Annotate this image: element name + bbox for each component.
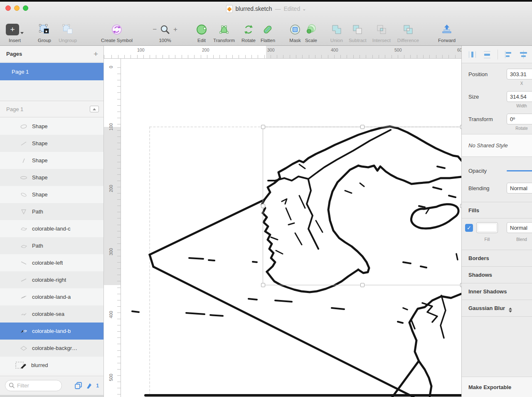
- make-exportable-button[interactable]: Make Exportable: [462, 377, 532, 397]
- layer-list-header: Page 1: [0, 101, 104, 117]
- layer-row-selected[interactable]: colorable-land-b: [0, 323, 104, 340]
- layer-row[interactable]: Shape: [0, 186, 104, 203]
- pen-filter-icon[interactable]: [86, 382, 93, 389]
- blur-type-stepper-icon[interactable]: [509, 308, 512, 313]
- position-x-field[interactable]: 303.31: [507, 69, 532, 79]
- difference-tool: Difference: [397, 23, 419, 43]
- layer-row[interactable]: blurred: [0, 357, 104, 374]
- edit-tool[interactable]: Edit: [196, 23, 207, 43]
- shadows-section-header[interactable]: Shadows: [468, 272, 492, 278]
- ruler-label: 400: [331, 47, 338, 52]
- horizontal-ruler[interactable]: 100 200 300 400 500 600: [104, 46, 461, 59]
- search-icon: [9, 382, 15, 389]
- layer-row[interactable]: Shape: [0, 135, 104, 152]
- create-symbol-tool[interactable]: Create Symbol: [101, 23, 133, 43]
- layer-row[interactable]: colorable-sea: [0, 305, 104, 323]
- add-page-button[interactable]: +: [94, 50, 98, 59]
- fill-label: Fill: [476, 237, 498, 242]
- distribute-horizontally-icon[interactable]: [468, 50, 477, 59]
- scribble-thumbnail-icon: [19, 294, 28, 300]
- canvas[interactable]: [121, 59, 461, 397]
- position-label: Position: [468, 71, 488, 77]
- opacity-slider[interactable]: [507, 170, 532, 171]
- path-thumbnail-icon: [19, 209, 28, 215]
- line-thumbnail-icon: [19, 141, 28, 146]
- layer-list: Shape Shape Shape Shape Shape Path: [0, 118, 104, 374]
- ruler-label: 600: [457, 47, 461, 52]
- island: [411, 204, 458, 228]
- slice-pen-thumbnail-icon: [15, 361, 27, 370]
- group-icon: [39, 23, 50, 36]
- pages-panel-header: Pages +: [0, 46, 104, 62]
- distribute-vertically-icon[interactable]: [483, 50, 492, 59]
- insert-tool[interactable]: + Insert: [6, 23, 24, 43]
- edit-icon: [196, 23, 207, 36]
- subtract-icon: [352, 23, 363, 36]
- group-tool[interactable]: Group: [38, 23, 51, 43]
- insert-plus-icon[interactable]: +: [6, 24, 19, 35]
- blending-label: Blending: [468, 185, 490, 191]
- align-left-icon[interactable]: [504, 50, 513, 59]
- union-tool: Union: [330, 23, 343, 43]
- transform-label: Transform: [468, 116, 493, 122]
- layer-row[interactable]: colorable-land-c: [0, 220, 104, 237]
- zoom-in-icon[interactable]: +: [173, 25, 177, 34]
- ruler-label: 200: [108, 182, 113, 195]
- layer-row[interactable]: Shape: [0, 169, 104, 186]
- fill-color-swatch[interactable]: [476, 222, 498, 233]
- duplicate-pages-icon[interactable]: [74, 382, 83, 390]
- width-axis-label: Width: [507, 104, 532, 108]
- layer-row[interactable]: Path: [0, 237, 104, 254]
- canvas-artwork: [121, 59, 461, 397]
- layer-row[interactable]: colorable-left: [0, 254, 104, 271]
- ruler-label: 300: [267, 47, 275, 52]
- ruler-label: 400: [108, 308, 113, 321]
- separator: [498, 50, 498, 60]
- vertical-ruler[interactable]: 0 100 200 300 400 500: [104, 59, 121, 397]
- title-chevron-down-icon[interactable]: ⌄: [302, 6, 306, 12]
- insert-caret-icon[interactable]: [20, 32, 24, 34]
- mask-tool[interactable]: Mask: [289, 23, 301, 43]
- scale-tool[interactable]: Scale: [305, 23, 317, 43]
- inner-shadows-section-header[interactable]: Inner Shadows: [468, 288, 507, 295]
- size-width-field[interactable]: 314.54: [507, 91, 532, 102]
- forward-icon: [441, 23, 453, 36]
- forward-tool[interactable]: Forward: [438, 23, 456, 43]
- shared-style-dropdown[interactable]: No Shared Style: [462, 134, 532, 157]
- magnifier-icon[interactable]: [160, 24, 170, 35]
- rotate-field[interactable]: 0º: [507, 114, 532, 124]
- edited-label[interactable]: Edited: [284, 5, 300, 12]
- collapse-pages-icon[interactable]: [90, 106, 99, 112]
- zoom-out-icon[interactable]: −: [153, 25, 157, 34]
- layer-row[interactable]: colorable-backgr…: [0, 340, 104, 357]
- title-separator: —: [275, 5, 281, 12]
- transform-tool[interactable]: Transform: [213, 23, 235, 43]
- fill-enabled-checkbox[interactable]: ✓: [465, 224, 473, 232]
- gaussian-blur-section-header[interactable]: Gaussian Blur: [468, 305, 512, 313]
- transform-icon: [218, 23, 230, 36]
- ruler-ticks: [117, 59, 121, 397]
- rotate-tool[interactable]: Rotate: [241, 23, 256, 43]
- flatten-tool[interactable]: Flatten: [261, 23, 275, 43]
- shape-thumbnail-icon: [19, 175, 28, 181]
- pages-title: Pages: [6, 51, 22, 57]
- layer-row[interactable]: Path: [0, 203, 104, 220]
- borders-section-header[interactable]: Borders: [468, 255, 489, 261]
- blending-dropdown[interactable]: Normal: [507, 183, 532, 194]
- mask-icon: [289, 23, 301, 36]
- ruler-label: 0: [108, 61, 113, 73]
- layer-filter-bar: 1: [0, 376, 104, 395]
- align-center-horizontal-icon[interactable]: [519, 50, 528, 59]
- size-label: Size: [468, 94, 479, 100]
- left-sidebar: Pages + Page 1 Page 1 Shape Shape Shape: [0, 46, 104, 397]
- layer-row[interactable]: Shape: [0, 152, 104, 169]
- rotate-icon: [242, 23, 255, 36]
- slab-edges: [150, 200, 461, 397]
- path-thumbnail-icon: [19, 243, 28, 249]
- fill-blend-dropdown[interactable]: Normal: [507, 222, 532, 233]
- page-list-item[interactable]: Page 1: [0, 63, 104, 80]
- layer-row[interactable]: Shape: [0, 118, 104, 135]
- fills-section-header[interactable]: Fills: [468, 207, 479, 213]
- layer-row[interactable]: colorable-land-a: [0, 288, 104, 305]
- layer-row[interactable]: colorable-right: [0, 271, 104, 288]
